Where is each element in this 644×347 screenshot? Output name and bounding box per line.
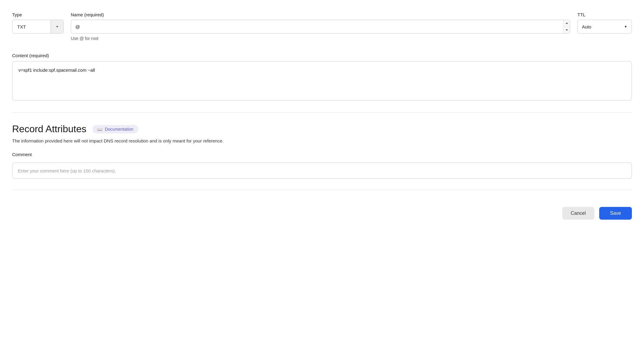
ttl-select-value: Auto xyxy=(582,24,620,29)
ttl-field-group: TTL Auto ▼ xyxy=(577,12,632,34)
documentation-label: Documentation xyxy=(105,127,133,132)
record-attributes-description: The information provided here will not i… xyxy=(12,138,632,143)
record-attributes-section: Record Attributes 📖 Documentation The in… xyxy=(12,123,632,179)
comment-label: Comment xyxy=(12,152,632,157)
ttl-chevron-down-icon: ▼ xyxy=(624,25,627,28)
ttl-select[interactable]: Auto ▼ xyxy=(577,20,632,34)
name-input[interactable] xyxy=(71,20,563,33)
book-icon: 📖 xyxy=(97,127,102,132)
type-dropdown-arrow[interactable] xyxy=(51,20,63,33)
section-divider xyxy=(12,112,632,113)
spinner-down-button[interactable] xyxy=(564,27,570,34)
ttl-label: TTL xyxy=(577,12,632,17)
spinner-up-button[interactable] xyxy=(564,20,570,27)
comment-input[interactable] xyxy=(12,162,632,179)
name-hint: Use @ for root xyxy=(71,36,570,41)
record-attributes-header: Record Attributes 📖 Documentation xyxy=(12,123,632,135)
cancel-button[interactable]: Cancel xyxy=(562,207,594,220)
type-select-value: TXT xyxy=(12,24,51,29)
name-input-wrapper xyxy=(71,20,570,34)
name-field-group: Name (required) Use @ for root xyxy=(71,12,570,41)
type-label: Type xyxy=(12,12,64,17)
chevron-down-icon xyxy=(56,26,58,28)
type-select[interactable]: TXT xyxy=(12,20,64,34)
content-section: Content (required) v=spf1 include:spf.sp… xyxy=(12,53,632,101)
name-spinners xyxy=(563,20,570,33)
comment-field-group: Comment xyxy=(12,152,632,179)
content-label: Content (required) xyxy=(12,53,632,58)
footer-divider xyxy=(12,190,632,190)
chevron-down-icon xyxy=(566,29,568,31)
record-attributes-title: Record Attributes xyxy=(12,123,86,135)
name-label: Name (required) xyxy=(71,12,570,17)
save-button[interactable]: Save xyxy=(599,207,632,220)
footer-actions: Cancel Save xyxy=(12,201,632,220)
chevron-up-icon xyxy=(566,22,568,24)
content-textarea[interactable]: v=spf1 include:spf.spacemail.com ~all xyxy=(12,61,632,100)
documentation-badge[interactable]: 📖 Documentation xyxy=(92,125,138,133)
type-field-group: Type TXT xyxy=(12,12,64,34)
